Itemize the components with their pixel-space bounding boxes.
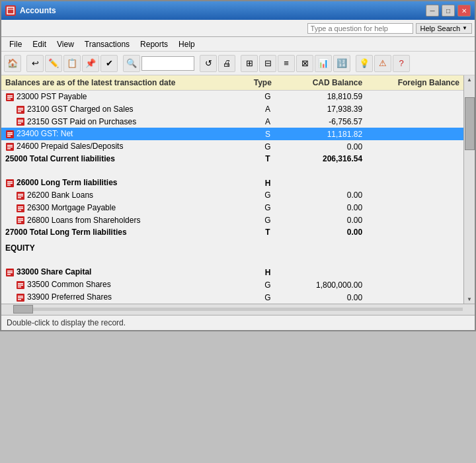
menu-edit[interactable]: Edit [27, 38, 52, 50]
table-row[interactable]: 33500 Common SharesG1,800,000.00 [1, 278, 463, 291]
toolbar-refresh-button[interactable]: ↺ [200, 55, 217, 72]
svg-rect-32 [18, 208, 23, 209]
cell-name: 23150 GST Paid on Purchases [1, 116, 250, 128]
horizontal-scrollbar[interactable] [1, 304, 475, 315]
svg-rect-29 [18, 197, 21, 198]
cell-name: 33500 Common Shares [1, 278, 250, 291]
cell-foreign-balance [366, 189, 463, 202]
help-search-button[interactable]: Help Search ▼ [416, 23, 472, 34]
col-header-cad: CAD Balance [286, 75, 366, 91]
toolbar-undo-button[interactable]: ↩ [26, 55, 44, 72]
svg-rect-48 [18, 297, 23, 298]
cell-foreign-balance [366, 177, 463, 189]
cell-cad-balance: 206,316.54 [286, 153, 366, 165]
cell-name: 27000 Total Long Term liabilities [1, 226, 250, 238]
table-row[interactable]: 24600 Prepaid Sales/DepositsG0.00 [1, 140, 463, 153]
svg-rect-20 [7, 147, 13, 148]
toolbar-grid4-button[interactable]: ⊠ [296, 55, 313, 72]
toolbar-grid3-button[interactable]: ≡ [278, 55, 295, 72]
svg-rect-39 [7, 271, 13, 272]
table-wrapper[interactable]: Balances are as of the latest transactio… [1, 75, 463, 304]
record-icon [5, 92, 17, 101]
cell-foreign-balance [366, 140, 463, 153]
table-row[interactable]: 26200 Bank LoansG0.00 [1, 189, 463, 202]
table-row[interactable]: 25000 Total Current liabilitiesT206,316.… [1, 153, 463, 165]
cell-cad-balance: 0.00 [286, 291, 366, 304]
toolbar-calc-button[interactable]: 🔢 [333, 55, 350, 72]
table-row[interactable]: 26800 Loans from ShareholdersG0.00 [1, 214, 463, 227]
table-row[interactable]: 26300 Mortgage PayableG0.00 [1, 202, 463, 214]
svg-rect-23 [7, 181, 13, 183]
cell-type: T [250, 226, 286, 238]
scroll-down-arrow[interactable]: ▼ [465, 295, 473, 304]
menu-view[interactable]: View [52, 38, 79, 50]
svg-rect-4 [7, 97, 13, 98]
cell-name: EQUITY [1, 238, 250, 254]
help-bar: Help Search ▼ [1, 20, 475, 37]
record-icon [5, 142, 17, 151]
cell-name: 26800 Loans from Shareholders [1, 214, 250, 227]
table-row[interactable]: 33000 Share CapitalH [1, 266, 463, 278]
svg-rect-17 [7, 136, 11, 137]
toolbar-copy-button[interactable]: 📋 [63, 55, 81, 72]
help-search-input[interactable] [307, 23, 413, 34]
table-row[interactable]: 33900 Preferred SharesG0.00 [1, 291, 463, 304]
toolbar-search-button[interactable]: 🔍 [123, 55, 140, 72]
table-row[interactable] [1, 254, 463, 266]
cell-type: G [250, 140, 286, 153]
menu-reports[interactable]: Reports [135, 38, 173, 50]
cell-type: H [250, 266, 286, 278]
table-row[interactable]: 23000 PST PayableG18,810.59 [1, 91, 463, 103]
cell-cad-balance: 18,810.59 [286, 91, 366, 103]
cell-type: G [250, 291, 286, 304]
toolbar-paste-button[interactable]: 📌 [82, 55, 99, 72]
record-icon [16, 216, 27, 225]
svg-rect-16 [7, 134, 13, 136]
toolbar-grid2-button[interactable]: ⊟ [259, 55, 276, 72]
svg-rect-40 [7, 273, 13, 274]
table-row[interactable] [1, 165, 463, 177]
cell-name: 26000 Long Term liabilities [1, 177, 250, 189]
status-text: Double-click to display the record. [7, 318, 126, 327]
restore-button[interactable]: □ [442, 5, 455, 17]
toolbar-export-button[interactable]: 📊 [315, 55, 332, 72]
table-row[interactable]: 26000 Long Term liabilitiesH [1, 177, 463, 189]
svg-rect-25 [7, 185, 11, 186]
menu-transactions[interactable]: Transactions [79, 38, 135, 50]
main-content-area: Balances are as of the latest transactio… [1, 75, 475, 304]
minimize-button[interactable]: ─ [426, 5, 439, 17]
menu-file[interactable]: File [4, 38, 27, 50]
toolbar-lamp-button[interactable]: 💡 [356, 55, 373, 72]
table-row[interactable]: 27000 Total Long Term liabilitiesT0.00 [1, 226, 463, 238]
title-bar: Accounts ─ □ ✕ [1, 1, 475, 20]
cell-cad-balance: 0.00 [286, 140, 366, 153]
table-row[interactable]: 23100 GST Charged on SalesA17,938.39 [1, 103, 463, 116]
menu-help[interactable]: Help [173, 38, 200, 50]
vertical-scrollbar[interactable]: ▲ ▼ [463, 75, 475, 304]
cell-cad-balance: 0.00 [286, 214, 366, 227]
table-row[interactable]: EQUITY [1, 238, 463, 254]
toolbar-home-button[interactable]: 🏠 [4, 55, 21, 72]
svg-rect-35 [18, 218, 23, 220]
toolbar-warn-button[interactable]: ⚠ [374, 55, 391, 72]
toolbar-search-input[interactable] [141, 56, 194, 71]
cell-type: S [250, 128, 286, 140]
scroll-thumb[interactable] [465, 97, 475, 150]
toolbar-check-button[interactable]: ✔ [100, 55, 118, 72]
app-icon [5, 5, 16, 16]
toolbar-help-button[interactable]: ? [393, 55, 410, 72]
cell-name: 23000 PST Payable [1, 91, 250, 103]
svg-rect-31 [18, 206, 23, 208]
record-icon [16, 203, 27, 212]
table-row[interactable]: 23400 GST: NetS11,181.82 [1, 128, 463, 140]
cell-type: G [250, 202, 286, 214]
hscroll-thumb[interactable] [13, 305, 33, 314]
scroll-up-arrow[interactable]: ▲ [465, 75, 473, 84]
cell-foreign-balance [366, 278, 463, 291]
toolbar-grid1-button[interactable]: ⊞ [241, 55, 258, 72]
toolbar-edit-button[interactable]: ✏️ [45, 55, 62, 72]
cell-cad-balance: 1,800,000.00 [286, 278, 366, 291]
toolbar-print-button[interactable]: 🖨 [218, 55, 235, 72]
table-row[interactable]: 23150 GST Paid on PurchasesA-6,756.57 [1, 116, 463, 128]
close-button[interactable]: ✕ [457, 5, 471, 17]
